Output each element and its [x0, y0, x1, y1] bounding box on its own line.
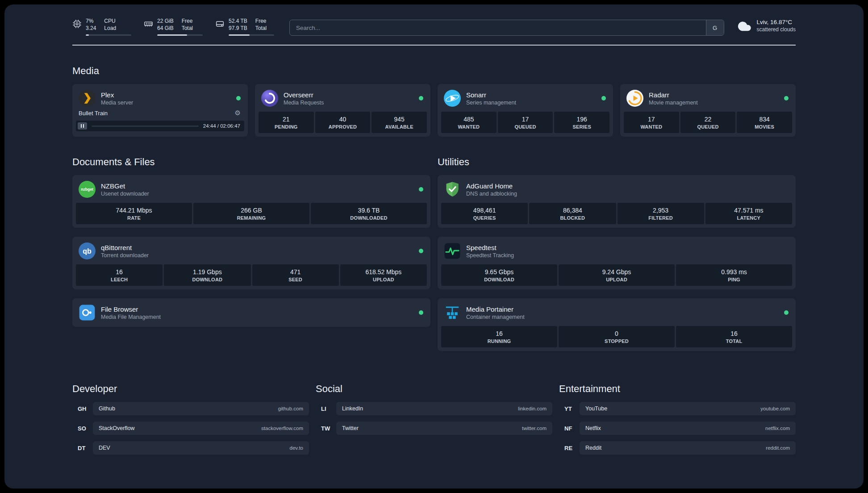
- adguard-link[interactable]: AdGuard Home DNS and adblocking: [441, 179, 792, 203]
- search-provider-button[interactable]: G: [706, 20, 724, 35]
- adguard-subtitle: DNS and adblocking: [466, 191, 517, 197]
- stat-value: 266 GB: [195, 207, 308, 214]
- stat-block: 22 QUEUED: [680, 112, 736, 133]
- bookmark-abbr: SO: [72, 425, 93, 432]
- cpu-load-value: 3.24: [86, 25, 96, 32]
- stat-value: 9.65 Gbps: [443, 268, 555, 276]
- radarr-subtitle: Movie management: [649, 100, 698, 106]
- bookmark-link-reddit[interactable]: Reddit reddit.com: [580, 441, 796, 455]
- bookmark-link-github[interactable]: Github github.com: [93, 402, 309, 415]
- filebrowser-status-dot: [419, 310, 423, 315]
- disk-widget: 52.4 TB 97.9 TB Free Total: [215, 18, 274, 36]
- bookmarks-social: Social LI LinkedIn linkedin.com TW Twitt…: [316, 383, 552, 461]
- portainer-link[interactable]: Media Portainer Container management: [441, 302, 792, 326]
- stat-block: 16 RUNNING: [441, 326, 557, 347]
- bookmark-link-youtube[interactable]: YouTube youtube.com: [580, 402, 796, 415]
- pause-bar-icon: [81, 124, 82, 128]
- overseerr-subtitle: Media Requests: [284, 100, 324, 106]
- nzbget-subtitle: Usenet downloader: [101, 191, 149, 197]
- stat-label: AVAILABLE: [373, 124, 425, 130]
- search-input[interactable]: [289, 20, 724, 36]
- weather-condition: scattered clouds: [757, 26, 796, 33]
- plex-link[interactable]: Plex Media server: [76, 88, 244, 109]
- speedtest-icon: [444, 242, 461, 259]
- stat-label: MOVIES: [739, 124, 790, 130]
- pause-bar-icon: [83, 124, 84, 128]
- plex-seek-bar: 24:44 / 02:06:47: [76, 121, 244, 131]
- radarr-name: Radarr: [649, 91, 698, 99]
- portainer-subtitle: Container management: [466, 314, 525, 320]
- speedtest-link[interactable]: Speedtest Speedtest Tracking: [441, 240, 792, 264]
- stat-value: 39.6 TB: [313, 207, 425, 214]
- qbittorrent-link[interactable]: qb qBittorrent Torrent downloader: [76, 240, 427, 264]
- adguard-stats: 498,461 QUERIES 86,384 BLOCKED 2,953 FIL…: [441, 203, 792, 224]
- disk-total-value: 97.9 TB: [229, 25, 247, 32]
- documents-column: Documents & Files nzbget NZBGet Usenet d: [72, 156, 430, 360]
- nzbget-link[interactable]: nzbget NZBGet Usenet downloader: [76, 179, 427, 203]
- speedtest-stats: 9.65 Gbps DOWNLOAD 9.24 Gbps UPLOAD 0.99…: [441, 264, 792, 286]
- plex-icon: [79, 90, 96, 107]
- qbittorrent-subtitle: Torrent downloader: [101, 252, 149, 259]
- disk-progress-fill: [229, 34, 250, 36]
- pause-button[interactable]: [78, 122, 87, 130]
- weather-location: Lviv, 16.87°C: [757, 19, 796, 25]
- radarr-link[interactable]: Radarr Movie management: [624, 88, 792, 112]
- dashboard: 7% 3.24 CPU Load: [4, 4, 864, 489]
- cpu-percent: 7%: [86, 18, 96, 25]
- stat-label: LATENCY: [707, 215, 790, 221]
- svg-text:nzbget: nzbget: [81, 188, 93, 192]
- bookmark-name: StackOverflow: [99, 425, 135, 431]
- bookmark-link-dev[interactable]: DEV dev.to: [93, 441, 309, 455]
- sonarr-stats: 485 WANTED 17 QUEUED 196 SERIES: [441, 112, 609, 133]
- sonarr-card: Sonarr Series management 485 WANTED 17 Q…: [438, 84, 613, 137]
- cpu-label: CPU: [104, 18, 116, 25]
- bookmark-row: TW Twitter twitter.com: [316, 422, 552, 435]
- stat-value: 834: [739, 116, 790, 123]
- bookmarks-entertainment: Entertainment YT YouTube youtube.com NF …: [559, 383, 796, 461]
- filebrowser-card: File Browser Media File Management: [72, 298, 430, 327]
- stat-label: LEECH: [78, 277, 161, 282]
- memory-progress-fill: [157, 34, 187, 36]
- sonarr-link[interactable]: Sonarr Series management: [441, 88, 609, 112]
- stat-label: BLOCKED: [531, 215, 614, 221]
- gear-icon[interactable]: ⚙: [235, 109, 241, 117]
- plex-now-playing-row: Bullet Train ⚙: [76, 109, 244, 121]
- sonarr-subtitle: Series management: [466, 100, 516, 106]
- dashboard-content: 7% 3.24 CPU Load: [72, 4, 796, 474]
- stat-value: 485: [443, 116, 495, 123]
- bookmark-link-netflix[interactable]: Netflix netflix.com: [580, 422, 796, 435]
- qbittorrent-stats: 16 LEECH 1.19 Gbps DOWNLOAD 471 SEED 6: [76, 264, 427, 286]
- bookmark-link-stackoverflow[interactable]: StackOverflow stackoverflow.com: [93, 422, 309, 435]
- cloud-icon: [736, 19, 752, 33]
- stat-value: 47.571 ms: [707, 207, 790, 214]
- stat-label: FILTERED: [619, 215, 702, 221]
- stat-value: 1.19 Gbps: [166, 268, 249, 276]
- stat-label: DOWNLOADED: [313, 215, 425, 221]
- stat-block: 21 PENDING: [259, 112, 314, 133]
- stat-block: 0.993 ms PING: [676, 264, 792, 286]
- plex-seek-track[interactable]: [92, 125, 199, 127]
- overseerr-name: Overseerr: [284, 91, 324, 99]
- stat-block: 16 TOTAL: [676, 326, 792, 347]
- stat-label: RUNNING: [443, 338, 555, 344]
- bookmark-domain: netflix.com: [765, 426, 790, 431]
- stat-value: 0.993 ms: [678, 268, 790, 276]
- overseerr-stats: 21 PENDING 40 APPROVED 945 AVAILABLE: [259, 112, 427, 133]
- radarr-card: Radarr Movie management 17 WANTED 22 QUE…: [620, 84, 796, 137]
- filebrowser-link[interactable]: File Browser Media File Management: [76, 302, 427, 323]
- disk-progress-track: [229, 34, 274, 36]
- memory-total-value: 64 GiB: [157, 25, 174, 32]
- overseerr-link[interactable]: Overseerr Media Requests: [259, 88, 427, 112]
- disk-free-value: 52.4 TB: [229, 18, 247, 25]
- bookmark-abbr: RE: [559, 445, 580, 451]
- bookmark-link-linkedin[interactable]: LinkedIn linkedin.com: [336, 402, 552, 415]
- bookmark-domain: twitter.com: [522, 426, 547, 431]
- portainer-icon: [444, 304, 461, 321]
- memory-free-value: 22 GiB: [157, 18, 174, 25]
- stat-label: DOWNLOAD: [166, 277, 249, 282]
- filebrowser-icon: [79, 304, 96, 321]
- bookmark-name: LinkedIn: [342, 405, 363, 412]
- stat-block: 618.52 Mbps UPLOAD: [340, 264, 427, 286]
- bookmark-link-twitter[interactable]: Twitter twitter.com: [336, 422, 552, 435]
- stat-block: 2,953 FILTERED: [618, 203, 704, 224]
